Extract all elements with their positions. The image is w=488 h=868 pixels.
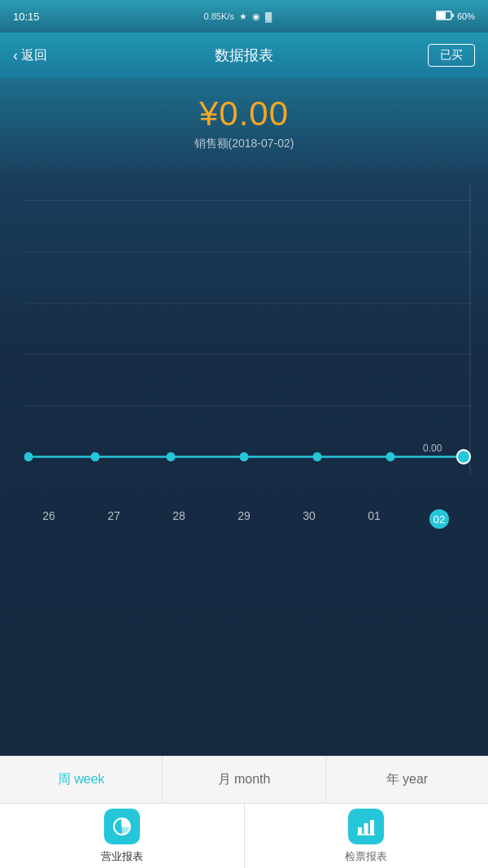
status-time: 10:15 [13,11,40,23]
svg-point-14 [240,452,248,461]
signal-icon: ▓ [265,11,272,21]
battery-icon [436,11,454,22]
svg-rect-2 [452,14,454,17]
back-label: 返回 [21,47,47,64]
svg-rect-23 [370,820,374,835]
status-center: 0.85K/s ★ ◉ ▓ [204,11,272,22]
x-label-30: 30 [289,509,329,529]
back-chevron-icon: ‹ [13,47,18,64]
chart-area: 0.00 26 27 28 29 [0,158,488,756]
sales-tab-label: 营业报表 [101,849,143,864]
x-label-26: 26 [28,509,69,529]
back-button[interactable]: ‹ 返回 [13,47,47,64]
period-tabs: 周 week 月 month 年 year [0,756,488,803]
chart-bar-icon [355,816,377,837]
svg-point-17 [457,450,470,464]
svg-rect-1 [437,12,446,19]
amount-label: 销售额(2018-07-02) [194,137,294,151]
x-axis: 26 27 28 29 30 01 02 [0,503,488,535]
amount-display: ¥0.00 销售额(2018-07-02) [194,94,294,151]
wifi-icon: ◉ [252,11,260,22]
bottom-tab-tickets[interactable]: 检票报表 [245,804,489,868]
amount-value: ¥0.00 [194,94,294,133]
svg-point-12 [91,452,99,461]
status-right: 60% [436,11,475,22]
svg-point-13 [167,452,175,461]
svg-rect-22 [364,823,368,835]
x-label-01: 01 [354,509,394,529]
chart-svg: 0.00 [0,158,488,499]
tickets-icon-box [348,809,384,844]
tab-week[interactable]: 周 week [0,757,163,803]
network-speed: 0.85K/s [204,11,234,21]
tab-month[interactable]: 月 month [163,757,325,803]
bottom-tab-sales[interactable]: 营业报表 [0,804,245,868]
tickets-tab-label: 检票报表 [345,849,387,864]
svg-point-15 [313,452,321,461]
x-label-29: 29 [224,509,264,529]
tab-year[interactable]: 年 year [326,757,488,803]
svg-rect-21 [358,827,362,835]
bluetooth-icon: ★ [239,11,247,22]
bottom-tabs: 营业报表 检票报表 [0,803,488,868]
page-title: 数据报表 [215,46,273,65]
svg-point-11 [24,452,33,461]
main-content: ¥0.00 销售额(2018-07-02) 0.00 [0,78,488,756]
x-label-28: 28 [159,509,199,529]
action-button[interactable]: 已买 [428,44,475,67]
chart-pie-icon [111,816,133,837]
x-label-27: 27 [94,509,134,529]
svg-text:0.00: 0.00 [423,443,442,454]
svg-point-16 [386,452,394,461]
nav-bar: ‹ 返回 数据报表 已买 [0,33,488,78]
battery-percent: 60% [457,11,475,21]
status-bar: 10:15 0.85K/s ★ ◉ ▓ 60% [0,0,488,33]
x-label-02: 02 [419,509,460,529]
sales-icon-box [104,809,140,844]
